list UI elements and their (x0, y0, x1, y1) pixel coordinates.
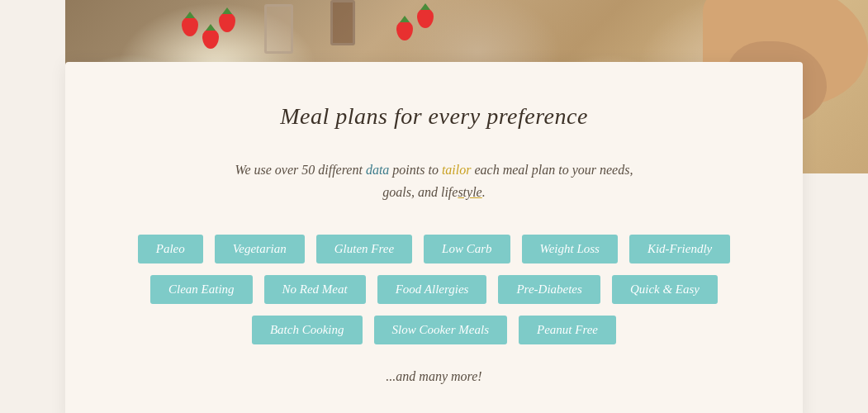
tags-row-1: Paleo Vegetarian Gluten Free Low Carb We… (138, 235, 731, 263)
description-text: We use over 50 different data points to … (121, 159, 748, 203)
and-more-text: ...and many more! (98, 369, 770, 384)
tag-gluten-free[interactable]: Gluten Free (316, 235, 412, 263)
tag-low-carb[interactable]: Low Carb (424, 235, 510, 263)
strawberry-decoration (202, 29, 219, 49)
highlight-tailor: tailor (442, 163, 472, 177)
tag-weight-loss[interactable]: Weight Loss (522, 235, 618, 263)
glass-decoration-2 (330, 0, 355, 45)
tag-food-allergies[interactable]: Food Allergies (377, 275, 487, 304)
highlight-style: style (458, 185, 481, 199)
tag-paleo[interactable]: Paleo (138, 235, 203, 263)
strawberry-decoration (396, 21, 413, 40)
tag-quick-easy[interactable]: Quick & Easy (612, 275, 718, 304)
highlight-data: data (366, 163, 389, 177)
tag-batch-cooking[interactable]: Batch Cooking (252, 316, 363, 344)
tags-container: Paleo Vegetarian Gluten Free Low Carb We… (98, 235, 770, 344)
strawberry-decoration (417, 8, 434, 28)
tag-slow-cooker-meals[interactable]: Slow Cooker Meals (374, 316, 508, 344)
strawberry-decoration (182, 17, 198, 36)
tag-no-red-meat[interactable]: No Red Meat (264, 275, 366, 304)
tags-row-3: Batch Cooking Slow Cooker Meals Peanut F… (252, 316, 616, 344)
tag-kid-friendly[interactable]: Kid-Friendly (629, 235, 730, 263)
left-sidebar (0, 0, 65, 413)
tag-vegetarian[interactable]: Vegetarian (215, 235, 305, 263)
tag-clean-eating[interactable]: Clean Eating (150, 275, 253, 304)
tag-pre-diabetes[interactable]: Pre-Diabetes (498, 275, 600, 304)
glass-decoration (264, 4, 293, 54)
page-title: Meal plans for every preference (98, 103, 770, 130)
strawberry-decoration (219, 12, 235, 32)
main-content-card: Meal plans for every preference We use o… (65, 62, 803, 413)
tags-row-2: Clean Eating No Red Meat Food Allergies … (150, 275, 718, 304)
tag-peanut-free[interactable]: Peanut Free (519, 316, 616, 344)
right-sidebar (803, 173, 868, 413)
